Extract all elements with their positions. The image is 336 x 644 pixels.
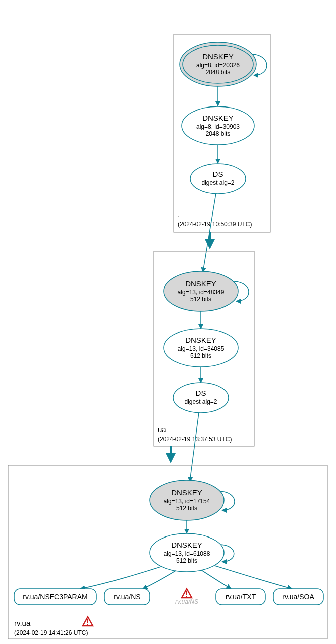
svg-point-9 xyxy=(190,164,246,194)
leaf-ns: rv.ua/NS xyxy=(104,589,150,605)
svg-text:rv.ua/NS: rv.ua/NS xyxy=(114,593,140,601)
dnssec-chain-diagram: . (2024-02-19 10:50:39 UTC) DNSKEY alg=8… xyxy=(0,0,336,644)
warning-icon xyxy=(182,589,192,598)
svg-text:rv.ua/NSEC3PARAM: rv.ua/NSEC3PARAM xyxy=(23,593,87,601)
node-rv-ksk: DNSKEY alg=13, id=17154 512 bits xyxy=(150,480,224,520)
edge-root-ds-ua-ksk xyxy=(203,194,216,272)
leaf-ns-warning: rv.ua/NS xyxy=(175,589,198,605)
svg-text:DNSKEY: DNSKEY xyxy=(202,114,234,122)
svg-rect-37 xyxy=(186,591,187,595)
zone-name-ua: ua xyxy=(158,425,166,434)
svg-rect-38 xyxy=(186,596,187,597)
svg-text:digest alg=2: digest alg=2 xyxy=(184,398,217,405)
svg-text:DS: DS xyxy=(213,170,223,178)
node-root-ksk: DNSKEY alg=8, id=20326 2048 bits xyxy=(180,42,256,86)
node-root-zsk: DNSKEY alg=8, id=30903 2048 bits xyxy=(182,106,254,145)
edge-rv-zsk-ns xyxy=(143,571,176,589)
svg-text:DNSKEY: DNSKEY xyxy=(202,52,234,61)
svg-text:alg=13, id=48349: alg=13, id=48349 xyxy=(178,289,225,296)
svg-text:DNSKEY: DNSKEY xyxy=(185,336,216,344)
svg-text:512 bits: 512 bits xyxy=(190,296,211,303)
node-ua-zsk: DNSKEY alg=13, id=34085 512 bits xyxy=(164,329,238,367)
leaf-txt: rv.ua/TXT xyxy=(216,589,265,605)
svg-rect-23 xyxy=(87,619,88,623)
node-ua-ds: DS digest alg=2 xyxy=(173,383,229,413)
svg-text:rv.ua/SOA: rv.ua/SOA xyxy=(282,593,314,601)
node-rv-zsk: DNSKEY alg=13, id=61088 512 bits xyxy=(150,533,224,572)
svg-text:DS: DS xyxy=(196,389,206,397)
svg-text:512 bits: 512 bits xyxy=(176,557,197,564)
svg-text:DNSKEY: DNSKEY xyxy=(185,279,216,288)
svg-text:digest alg=2: digest alg=2 xyxy=(201,179,234,186)
zone-time-rvua: (2024-02-19 14:41:26 UTC) xyxy=(14,629,88,636)
svg-text:alg=13, id=34085: alg=13, id=34085 xyxy=(178,345,225,352)
edge-rv-zsk-soa xyxy=(215,566,292,589)
svg-text:512 bits: 512 bits xyxy=(176,505,197,512)
svg-text:DNSKEY: DNSKEY xyxy=(171,488,202,497)
svg-text:alg=8, id=20326: alg=8, id=20326 xyxy=(196,62,240,69)
svg-text:512 bits: 512 bits xyxy=(190,352,211,359)
leaf-soa: rv.ua/SOA xyxy=(273,589,323,605)
zone-name-rvua: rv.ua xyxy=(14,619,31,627)
svg-text:alg=8, id=30903: alg=8, id=30903 xyxy=(196,123,240,130)
svg-rect-24 xyxy=(87,624,88,625)
svg-point-20 xyxy=(173,383,229,413)
svg-text:alg=13, id=61088: alg=13, id=61088 xyxy=(164,550,210,557)
leaf-nsec3param: rv.ua/NSEC3PARAM xyxy=(14,589,96,605)
svg-text:2048 bits: 2048 bits xyxy=(206,130,231,137)
edge-rv-zsk-txt xyxy=(201,570,231,589)
node-ua-ksk: DNSKEY alg=13, id=48349 512 bits xyxy=(164,271,238,311)
svg-text:rv.ua/NS: rv.ua/NS xyxy=(175,598,198,605)
zone-time-root: (2024-02-19 10:50:39 UTC) xyxy=(178,221,252,228)
svg-text:DNSKEY: DNSKEY xyxy=(171,541,202,549)
edge-ua-ds-rv-ksk xyxy=(190,413,199,482)
svg-text:alg=13, id=17154: alg=13, id=17154 xyxy=(164,498,210,505)
zone-name-root: . xyxy=(178,210,180,219)
svg-text:rv.ua/TXT: rv.ua/TXT xyxy=(226,593,256,601)
svg-text:2048 bits: 2048 bits xyxy=(206,69,231,76)
node-root-ds: DS digest alg=2 xyxy=(190,164,246,194)
warning-icon xyxy=(83,617,93,626)
zone-time-ua: (2024-02-19 13:37:53 UTC) xyxy=(158,436,232,443)
